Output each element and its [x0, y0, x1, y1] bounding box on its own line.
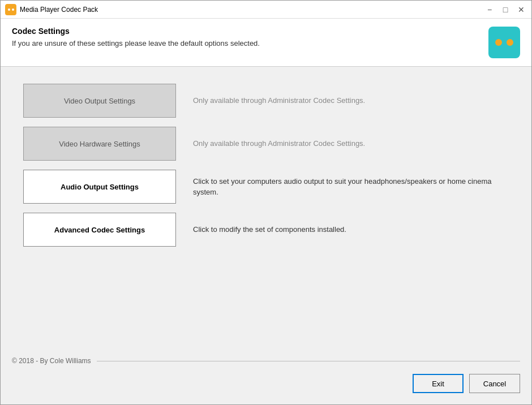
advanced-codec-button[interactable]: Advanced Codec Settings	[23, 213, 176, 247]
app-icon-dot-left	[8, 8, 10, 11]
footer-divider-row: © 2018 - By Cole Williams	[12, 357, 520, 365]
maximize-button[interactable]: □	[500, 4, 511, 15]
audio-output-row: Audio Output Settings Click to set your …	[23, 170, 509, 204]
codec-settings-title: Codec Settings	[12, 27, 260, 36]
title-bar: Media Player Codec Pack − □ ✕	[1, 1, 531, 19]
logo-eye-right	[507, 39, 513, 46]
video-output-row: Video Output Settings Only available thr…	[23, 84, 509, 118]
header-section: Codec Settings If you are unsure of thes…	[1, 19, 531, 67]
footer-section: © 2018 - By Cole Williams Exit Cancel	[1, 348, 531, 404]
close-button[interactable]: ✕	[516, 4, 527, 15]
video-hardware-button[interactable]: Video Hardware Settings	[23, 127, 176, 161]
window-title: Media Player Codec Pack	[20, 6, 98, 14]
content-area: Video Output Settings Only available thr…	[1, 67, 531, 348]
cancel-button[interactable]: Cancel	[469, 374, 520, 393]
video-output-desc: Only available through Administrator Cod…	[193, 95, 509, 106]
video-output-button[interactable]: Video Output Settings	[23, 84, 176, 118]
app-icon	[5, 4, 16, 15]
logo-eyes	[495, 39, 513, 46]
footer-buttons: Exit Cancel	[12, 374, 520, 393]
title-bar-left: Media Player Codec Pack	[5, 4, 98, 15]
app-icon-dot-right	[12, 8, 14, 11]
audio-output-button[interactable]: Audio Output Settings	[23, 170, 176, 204]
audio-output-desc: Click to set your computers audio output…	[193, 176, 509, 198]
title-bar-controls: − □ ✕	[484, 4, 527, 15]
exit-button[interactable]: Exit	[413, 374, 464, 393]
codec-settings-subtitle: If you are unsure of these settings plea…	[12, 39, 260, 48]
minimize-button[interactable]: −	[484, 4, 495, 15]
logo-eye-left	[495, 39, 502, 46]
copyright-label: © 2018 - By Cole Williams	[12, 357, 91, 365]
advanced-codec-desc: Click to modify the set of components in…	[193, 224, 509, 235]
video-hardware-row: Video Hardware Settings Only available t…	[23, 127, 509, 161]
footer-divider-line	[97, 361, 520, 361]
header-logo	[488, 27, 520, 58]
app-icon-inner	[8, 8, 14, 11]
main-window: Media Player Codec Pack − □ ✕ Codec Sett…	[0, 0, 532, 405]
video-hardware-desc: Only available through Administrator Cod…	[193, 138, 509, 149]
advanced-codec-row: Advanced Codec Settings Click to modify …	[23, 213, 509, 247]
header-text: Codec Settings If you are unsure of thes…	[12, 27, 260, 48]
